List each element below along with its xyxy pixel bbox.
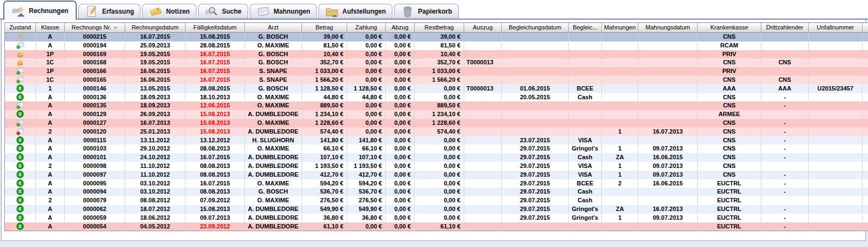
invoice-row[interactable]: €1000014613.05.201528.08.2015G. BOSCH1 1… [5,85,868,93]
cell-drittzahlender [761,162,809,171]
cell-begleichung: Gringot's [569,144,602,153]
invoice-row[interactable]: 1P000016919.05.201516.07.2015G. BOSCH10,… [5,50,868,59]
invoice-row[interactable]: €A000005404.05.201223.09.2012A. DUMBLEDO… [5,222,868,231]
cell-mahnungen [602,136,638,145]
cell-faelligkeitsdatum: 08.08.2013 [186,162,245,171]
cell-zahlung: 536,70 € [347,188,386,196]
invoice-row[interactable]: 2000012025.01.201315.08.2013A. DUMBLEDOR… [5,128,868,136]
cell-arzt: H. SLUGHORN [245,136,302,145]
cell-arzt: A. DUMBLEDORE [245,110,302,119]
envelope-green-icon [16,119,24,126]
tab-rechnungen[interactable]: Rechnungen [3,1,77,20]
invoice-row[interactable]: €2000009811.10.201208.08.2013A. DUMBLEDO… [5,162,868,171]
cell-begleichung [569,58,602,67]
svg-text:€: € [19,189,22,195]
column-header-label: Zustand [9,24,31,31]
svg-text:€: € [19,171,22,177]
invoice-row[interactable]: €2000007908.08.201207.09.2012O. MAXIME27… [5,196,868,205]
invoice-row[interactable]: 1C000016819.05.201516.07.2015G. BOSCH352… [5,58,868,67]
invoice-row[interactable]: 1C000016516.06.201516.07.2015S. SNAPE1 5… [5,76,868,85]
cell-mahnungen [602,41,638,50]
invoice-row[interactable]: €A000010329.10.201208.08.2013O. MAXIME66… [5,144,868,153]
column-header-mahnungen[interactable]: Mahnungen [602,23,638,33]
euro-icon: € [16,93,24,101]
cell-abzug: 0,00 € [386,222,415,231]
invoice-row[interactable]: €A000005918.06.201209.07.2013A. DUMBLEDO… [5,214,868,222]
column-header-restbetrag[interactable]: Restbetrag [415,23,464,33]
invoice-row[interactable]: A000021516.07.201515.08.2015G. BOSCH39,0… [5,33,868,41]
cell-auszug [464,196,502,205]
cell-krankenkasse: EUCTRL [698,214,761,222]
tab-papierkorb[interactable]: Papierkorb [394,4,459,19]
cell-begleichung: BCEE [569,85,602,93]
invoice-row[interactable]: A000013518.09.201312.06.2015O. MAXIME889… [5,101,868,110]
envelope-green-icon [16,41,24,49]
column-header-betrag[interactable]: Betrag [302,23,347,33]
column-header-mahnungsdatum[interactable]: Mahnungsdatum [638,23,698,33]
invoice-row[interactable]: A000012716.07.201315.08.2013O. MAXIME1 2… [5,119,868,128]
cell-faelligkeitsdatum: 13.12.2012 [186,136,245,145]
tab-statements-icon [325,5,339,17]
cell-arzt: O. MAXIME [245,144,302,153]
invoice-row[interactable]: A000019425.09.201328.08.2015O. MAXIME81,… [5,41,868,50]
tab-aufstellungen[interactable]: Aufstellungen [318,4,392,19]
cell-begleichung [569,101,602,110]
cell-abzug: 0,00 € [386,58,415,67]
column-header-auszug[interactable]: Auszug [464,23,502,33]
cell-restbetrag: 0,00 € [415,162,464,171]
cell-klasse: 1P [36,67,65,76]
invoice-row[interactable]: €A000010124.10.201216.07.2015A. DUMBLEDO… [5,153,868,162]
column-header-zahlung[interactable]: Zahlung [347,23,386,33]
column-header-zustand[interactable]: Zustand [5,23,36,33]
tab-erfassung[interactable]: Erfassung [78,4,141,19]
cell-begleichung [569,222,602,231]
cell-arzt: O. MAXIME [245,196,302,205]
column-header-drittzahlender[interactable]: Drittzahlender [761,23,809,33]
column-header-faelligkeitsdatum[interactable]: Fälligkeitsdatum [186,23,245,33]
column-header-krankenkasse[interactable]: Krankenkasse [698,23,761,33]
invoice-table: ZustandKlasseRechnungs Nr.Rechnungsdatum… [4,22,868,231]
invoice-row[interactable]: €A000009403.10.201208.08.2013G. BOSCH536… [5,188,868,196]
column-header-unfallnummer[interactable]: Unfallnummer [809,23,863,33]
tab-notizen[interactable]: Notizen [142,4,196,19]
column-header-unfalldatum[interactable]: Unfalldatum [863,23,868,33]
cell-betrag: 39,00 € [302,33,347,41]
cell-zahlung: 0,00 € [347,67,386,76]
cell-faelligkeitsdatum: 28.08.2015 [186,41,245,50]
cell-zahlung: 594,20 € [347,179,386,188]
cell-begleichung: BCEE [569,179,602,188]
invoice-row[interactable]: €A000013618.09.201318.10.2013O. MAXIME44… [5,93,868,102]
column-header-begleichungsdatum[interactable]: Begleichungsdatum [502,23,569,33]
cell-nr: 0000097 [65,171,125,179]
cell-arzt: O. MAXIME [245,41,302,50]
column-header-rechnungsdatum[interactable]: Rechnungsdatum [125,23,186,33]
column-header-abzug[interactable]: Abzug [386,23,415,33]
cell-klasse: A [36,101,65,110]
invoice-row[interactable]: €A000009711.10.201208.08.2013A. DUMBLEDO… [5,171,868,179]
cell-zustand: € [5,85,36,93]
invoice-row[interactable]: €A000009503.10.201216.07.2015O. MAXIME59… [5,179,868,188]
cell-betrag: 1 228,60 € [302,119,347,128]
cell-krankenkasse: CNS [698,162,761,171]
column-header-nr[interactable]: Rechnungs Nr. [65,23,125,33]
tab-bar: RechnungenErfassungNotizenSucheMahnungen… [0,0,868,20]
cell-mahnungen [602,93,638,102]
invoice-row[interactable]: €A000012926.09.201315.08.2013A. DUMBLEDO… [5,110,868,119]
column-header-begleichung[interactable]: Begleic... [569,23,602,33]
cell-begleichungsdatum [502,110,569,119]
invoice-row[interactable]: €A000006218.07.201215.08.2013A. DUMBLEDO… [5,205,868,214]
tab-mahnungen[interactable]: Mahnungen [250,4,317,19]
cell-betrag: 549,90 € [302,205,347,214]
cell-faelligkeitsdatum: 15.08.2015 [186,33,245,41]
column-header-klasse[interactable]: Klasse [36,23,65,33]
cell-unfallnummer [809,76,863,85]
cell-auszug [464,76,502,85]
cell-begleichungsdatum [502,33,569,41]
cell-rechnungsdatum: 18.09.2013 [125,93,186,102]
cell-zahlung: 276,50 € [347,196,386,205]
column-header-arzt[interactable]: Arzt [245,23,302,33]
tab-suche[interactable]: Suche [198,4,248,19]
cell-begleichungsdatum: 29.07.2015 [502,144,569,153]
invoice-row[interactable]: €A000011513.11.201213.12.2012H. SLUGHORN… [5,136,868,145]
invoice-row[interactable]: 1P000016616.06.201516.07.2015S. SNAPE1 0… [5,67,868,76]
